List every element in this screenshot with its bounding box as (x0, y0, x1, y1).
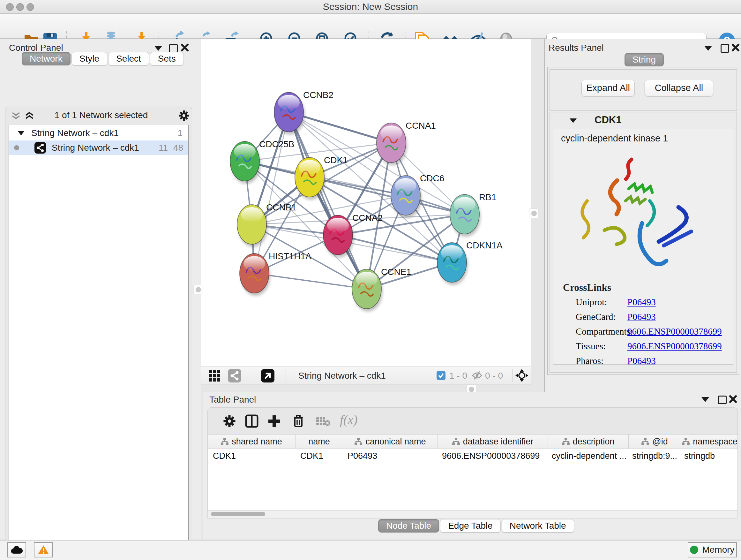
table-panel-float-icon[interactable] (718, 395, 727, 404)
gene-detail-box: cyclin-dependent kinase 1 (553, 129, 733, 365)
crosslink-value-link[interactable]: 9606.ENSP00000378699 (627, 326, 722, 337)
control-panel-float-icon[interactable] (169, 44, 178, 53)
table-settings-gear-icon[interactable] (222, 414, 237, 429)
detach-view-icon[interactable] (261, 369, 274, 382)
string-edge[interactable] (289, 112, 367, 289)
network-view-canvas[interactable]: CCNB2CCNA1CDC25BCDK1CDC6RB1CCNB1CCNA2CDK… (201, 39, 531, 367)
results-panel-float-icon[interactable] (721, 44, 729, 53)
table-cell[interactable]: CDK1 (208, 449, 295, 463)
table-cell[interactable]: stringdb (679, 449, 737, 463)
string-edge[interactable] (254, 273, 367, 289)
node-label-CCNB2: CCNB2 (303, 90, 333, 100)
warnings-button[interactable] (34, 542, 53, 557)
tab-edge-table[interactable]: Edge Table (440, 519, 501, 533)
hidden-eye-icon[interactable] (472, 371, 482, 381)
crosslink-value-link[interactable]: P06493 (627, 312, 656, 322)
crosslink-value-link[interactable]: P06493 (627, 297, 656, 307)
results-panel-collapse-icon[interactable] (704, 46, 712, 51)
string-network-graph[interactable]: CCNB2CCNA1CDC25BCDK1CDC6RB1CCNB1CCNA2CDK… (201, 39, 531, 367)
table-cell[interactable]: P06493 (342, 449, 437, 463)
protein-node-CCNB2[interactable]: CCNB2 (274, 90, 333, 135)
protein-node-RB1[interactable]: RB1 (450, 192, 496, 237)
collection-label: String Network – cdk1 (31, 126, 119, 140)
tab-sets[interactable]: Sets (150, 52, 184, 65)
crosslink-value-link[interactable]: P06493 (627, 356, 656, 366)
column-header-shared-name[interactable]: shared name (208, 435, 295, 449)
protein-node-CCNB1[interactable]: CCNB1 (237, 202, 296, 247)
network-collection-row[interactable]: String Network – cdk1 1 (9, 126, 188, 140)
title-bar: Session: New Session (0, 0, 741, 14)
protein-node-CDKN1A[interactable]: CDKN1A (437, 240, 502, 285)
string-results-content: Expand All Collapse All CDK1 cyclin-depe… (547, 67, 739, 375)
protein-node-CDK1[interactable]: CDK1 (295, 155, 348, 200)
cdk1-section-header[interactable]: CDK1 (550, 112, 737, 128)
table-horizontal-scrollbar[interactable] (207, 510, 738, 518)
control-panel-collapse-icon[interactable] (154, 46, 162, 51)
section-collapse-caret-icon[interactable] (569, 118, 577, 125)
results-panel-close-icon[interactable] (731, 44, 740, 53)
table-panel-close-icon[interactable] (729, 395, 737, 405)
tab-string[interactable]: String (624, 53, 664, 66)
collapse-all-button[interactable]: Collapse All (645, 80, 713, 97)
node-table[interactable]: shared namenamecanonical namedatabase id… (207, 434, 738, 510)
crosslink-label: Compartments: (576, 326, 633, 337)
collapse-all-networks-icon[interactable] (10, 111, 21, 122)
table-panel-collapse-icon[interactable] (701, 397, 709, 402)
tab-network-table[interactable]: Network Table (502, 519, 574, 533)
column-header-canonical-name[interactable]: canonical name (343, 435, 438, 449)
node-label-HIST1H1A: HIST1H1A (269, 251, 312, 261)
selected-checkbox-icon[interactable] (436, 371, 446, 381)
left-splitter-handle[interactable] (193, 285, 203, 294)
column-header-namespace[interactable]: namespace (681, 435, 738, 449)
delete-column-icon[interactable] (291, 414, 306, 429)
protein-node-CCNE1[interactable]: CCNE1 (352, 267, 411, 312)
gene-name: CDK1 (595, 114, 621, 126)
memory-button[interactable]: Memory (688, 542, 737, 557)
status-bar: Memory (0, 540, 741, 560)
birds-eye-grid-icon[interactable] (208, 369, 221, 383)
right-splitter-handle[interactable] (529, 208, 539, 218)
collection-count: 1 (178, 126, 183, 140)
string-view-icon[interactable] (228, 369, 241, 382)
column-type-icon (452, 438, 460, 445)
function-builder-icon: f(x) (340, 412, 358, 427)
column-header-name[interactable]: name (295, 435, 343, 449)
table-cell[interactable]: stringdb:9... (627, 449, 679, 463)
scrollbar-thumb[interactable] (211, 512, 265, 516)
column-header-description[interactable]: description (548, 435, 629, 449)
toolbar-separator (286, 369, 286, 382)
cytoscape-window: { "window": { "title": "Session: New Ses… (0, 0, 741, 560)
network-edge-count: 48 (173, 140, 183, 155)
control-panel-close-icon[interactable] (181, 44, 189, 53)
cloud-status-button[interactable] (7, 542, 26, 557)
protein-node-HIST1H1A[interactable]: HIST1H1A (240, 251, 312, 296)
network-row-selected[interactable]: String Network – cdk1 11 48 (9, 140, 188, 155)
expand-all-networks-icon[interactable] (24, 111, 35, 122)
tab-network[interactable]: Network (22, 52, 71, 65)
column-header--id[interactable]: @id (629, 435, 681, 449)
hidden-count: 0 - 0 (485, 371, 503, 381)
crosslink-value-link[interactable]: 9606.ENSP00000378699 (627, 341, 722, 352)
column-type-icon (221, 438, 228, 445)
table-row[interactable]: CDK1CDK1P064939606.ENSP00000378699cyclin… (208, 449, 738, 463)
table-cell[interactable]: CDK1 (295, 449, 342, 463)
string-edge[interactable] (338, 235, 452, 262)
protein-node-CDC6[interactable]: CDC6 (391, 173, 444, 218)
table-cell[interactable]: cyclin-dependent ... (547, 449, 627, 463)
add-column-icon[interactable] (267, 414, 281, 429)
expand-all-button[interactable]: Expand All (582, 80, 635, 97)
network-options-gear-icon[interactable] (178, 110, 190, 123)
protein-node-CCNA1[interactable]: CCNA1 (377, 121, 436, 165)
tab-node-table[interactable]: Node Table (378, 519, 439, 533)
show-columns-icon[interactable] (245, 414, 259, 429)
tab-style[interactable]: Style (71, 52, 107, 65)
protein-node-CDC25B[interactable]: CDC25B (230, 139, 294, 184)
manual-layout-crosshair-icon[interactable] (515, 369, 529, 383)
crosslink-label: Pharos: (576, 356, 603, 366)
main-toolbar: ? (0, 14, 741, 39)
tab-select[interactable]: Select (108, 52, 149, 65)
column-header-database-identifier[interactable]: database identifier (438, 435, 548, 449)
network-status-dot (14, 145, 19, 150)
control-panel-tabs: NetworkStyleSelectSets (22, 52, 185, 65)
table-cell[interactable]: 9606.ENSP00000378699 (437, 449, 547, 463)
